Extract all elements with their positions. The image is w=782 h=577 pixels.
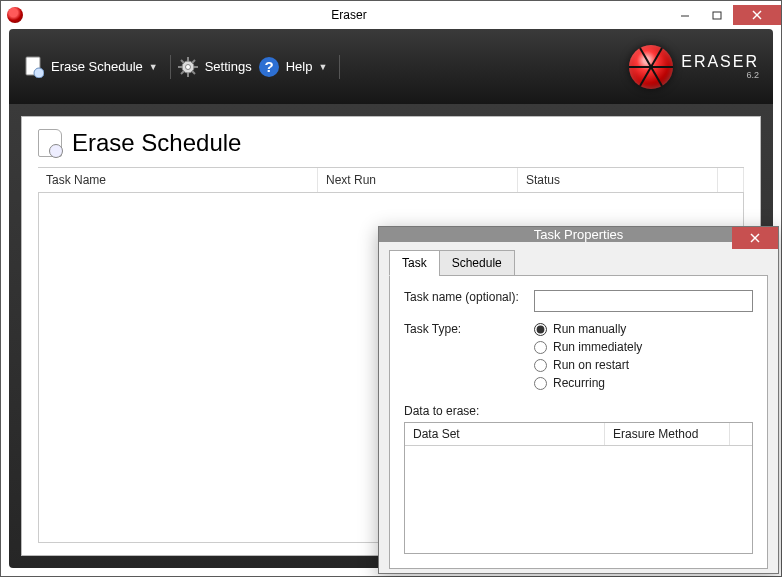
page-title-row: Erase Schedule <box>22 129 760 167</box>
ribbon-label: Erase Schedule <box>51 59 143 74</box>
dialog-titlebar[interactable]: Task Properties <box>379 227 778 242</box>
radio-input[interactable] <box>534 377 547 390</box>
radio-run-manually[interactable]: Run manually <box>534 322 753 336</box>
radio-run-on-restart[interactable]: Run on restart <box>534 358 753 372</box>
ribbon-header: Erase Schedule ▼ Settings ? Help ▼ ERASE… <box>9 29 773 104</box>
close-button[interactable] <box>733 5 781 25</box>
radio-run-immediately[interactable]: Run immediately <box>534 340 753 354</box>
radio-input[interactable] <box>534 323 547 336</box>
grid-header: Task Name Next Run Status <box>38 167 744 193</box>
dialog-title: Task Properties <box>534 227 624 242</box>
radio-label: Recurring <box>553 376 605 390</box>
tab-task[interactable]: Task <box>389 250 440 276</box>
radio-label: Run immediately <box>553 340 642 354</box>
col-next-run[interactable]: Next Run <box>318 168 518 192</box>
ribbon-label: Help <box>286 59 313 74</box>
col-data-set[interactable]: Data Set <box>405 423 605 445</box>
task-properties-dialog: Task Properties Task Schedule Task name … <box>378 226 779 574</box>
task-type-label: Task Type: <box>404 322 534 336</box>
dialog-body: Task Schedule Task name (optional): Task… <box>379 242 778 577</box>
inner-table-header: Data Set Erasure Method <box>405 423 752 446</box>
titlebar: Eraser <box>1 1 781 29</box>
radio-label: Run on restart <box>553 358 629 372</box>
tab-panel-task: Task name (optional): Task Type: Run man… <box>389 275 768 569</box>
col-task-name[interactable]: Task Name <box>38 168 318 192</box>
erase-schedule-button[interactable]: Erase Schedule ▼ <box>23 56 158 78</box>
radio-input[interactable] <box>534 359 547 372</box>
task-name-label: Task name (optional): <box>404 290 534 304</box>
col-erasure-method[interactable]: Erasure Method <box>605 423 730 445</box>
task-type-options: Run manually Run immediately Run on rest… <box>534 322 753 394</box>
maximize-button[interactable] <box>701 5 733 25</box>
app-icon <box>7 7 23 23</box>
svg-rect-1 <box>713 12 721 19</box>
svg-point-7 <box>185 64 190 69</box>
svg-line-12 <box>181 60 184 63</box>
task-name-input[interactable] <box>534 290 753 312</box>
dialog-tabs: Task Schedule <box>389 250 768 276</box>
document-icon <box>23 56 45 78</box>
page-schedule-icon <box>38 129 62 157</box>
col-status[interactable]: Status <box>518 168 718 192</box>
data-to-erase-label: Data to erase: <box>404 404 753 418</box>
svg-line-14 <box>192 60 195 63</box>
radio-recurring[interactable]: Recurring <box>534 376 753 390</box>
radio-label: Run manually <box>553 322 626 336</box>
data-to-erase-table[interactable]: Data Set Erasure Method <box>404 422 753 554</box>
settings-button[interactable]: Settings <box>177 56 252 78</box>
separator <box>339 55 340 79</box>
separator <box>170 55 171 79</box>
help-button[interactable]: ? Help ▼ <box>258 56 328 78</box>
brand-logo-icon <box>629 45 673 89</box>
help-icon: ? <box>258 56 280 78</box>
brand-version: 6.2 <box>681 70 759 80</box>
col-spacer <box>718 168 744 192</box>
svg-line-15 <box>181 71 184 74</box>
svg-text:?: ? <box>264 58 273 75</box>
brand-name: ERASER <box>681 54 759 70</box>
close-icon <box>752 10 762 20</box>
maximize-icon <box>712 10 722 20</box>
window-title: Eraser <box>29 8 669 22</box>
svg-point-5 <box>34 68 44 78</box>
brand-area: ERASER 6.2 <box>629 45 759 89</box>
page-title: Erase Schedule <box>72 129 241 157</box>
app-window: Eraser Erase Schedule ▼ Set <box>0 0 782 577</box>
dialog-close-button[interactable] <box>732 227 778 249</box>
chevron-down-icon: ▼ <box>149 62 158 72</box>
close-icon <box>750 233 760 243</box>
window-controls <box>669 5 781 25</box>
svg-line-13 <box>192 71 195 74</box>
minimize-icon <box>680 10 690 20</box>
tab-schedule[interactable]: Schedule <box>439 250 515 276</box>
radio-input[interactable] <box>534 341 547 354</box>
ribbon-label: Settings <box>205 59 252 74</box>
gear-icon <box>177 56 199 78</box>
chevron-down-icon: ▼ <box>318 62 327 72</box>
minimize-button[interactable] <box>669 5 701 25</box>
col-spacer <box>730 423 752 445</box>
